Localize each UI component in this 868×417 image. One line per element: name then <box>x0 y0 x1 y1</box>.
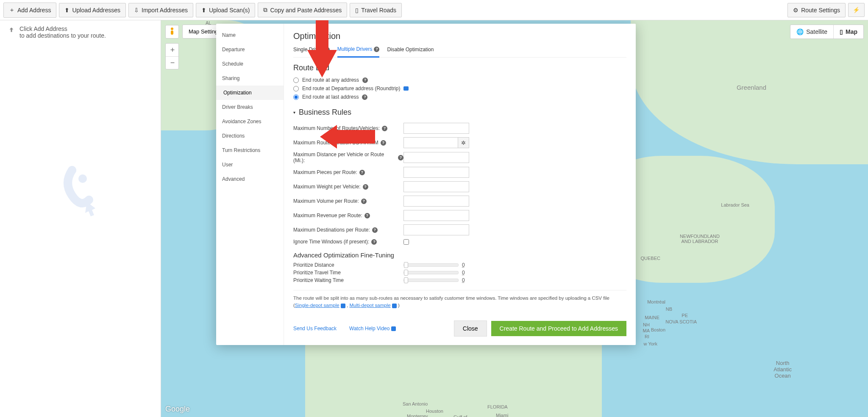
help-icon[interactable]: ? <box>374 47 379 52</box>
help-icon[interactable]: ? <box>361 199 367 204</box>
max-destinations-input[interactable] <box>403 224 469 235</box>
map-button[interactable]: ▯ Map <box>833 25 863 39</box>
send-feedback-link[interactable]: Send Us Feedback <box>293 326 337 331</box>
map-label-nb: NB <box>666 307 672 312</box>
map-label-montreal: Montréal <box>647 299 665 304</box>
copy-paste-addresses-button[interactable]: ⧉ Copy and Paste Addresses <box>258 3 347 17</box>
sidebar-item-advanced[interactable]: Advanced <box>216 172 284 186</box>
footnote: The route will be split into as many sub… <box>293 290 626 309</box>
upload-scans-button[interactable]: ⬆ Upload Scan(s) <box>196 3 256 17</box>
annotation-arrow-left <box>320 125 375 149</box>
svg-point-1 <box>78 174 87 183</box>
download-icon[interactable] <box>392 304 397 308</box>
google-logo: Google <box>165 405 190 414</box>
multi-depot-sample-link[interactable]: Multi-depot sample <box>349 303 390 308</box>
help-icon[interactable]: ? <box>364 213 370 218</box>
sidebar-item-schedule[interactable]: Schedule <box>216 57 284 71</box>
route-end-last-radio[interactable] <box>293 94 299 100</box>
sidebar-item-driver-breaks[interactable]: Driver Breaks <box>216 100 284 114</box>
hint-line1: Click Add Address <box>19 25 106 32</box>
left-panel-hint: Click Add Address to add destinations to… <box>8 25 153 39</box>
max-routes-input[interactable] <box>403 123 469 134</box>
prioritize-waiting-slider[interactable] <box>403 279 459 282</box>
max-distance-input[interactable] <box>403 152 469 163</box>
arrow-up-icon <box>8 26 15 34</box>
zoom-out-button[interactable]: − <box>166 56 179 69</box>
max-destinations-label: Maximum Destinations per Route:? <box>293 227 403 233</box>
max-volume-label: Maximum Volume per Route:? <box>293 198 403 204</box>
upload-icon: ⬆ <box>201 7 206 14</box>
satellite-button[interactable]: 🌐 Satellite <box>790 25 833 39</box>
help-icon[interactable]: ? <box>362 77 368 83</box>
map-area[interactable]: Greenland Labrador Sea NEWFOUNDLAND AND … <box>161 20 868 417</box>
ignore-time-windows-label: Ignore Time Windows (if present):? <box>293 239 403 245</box>
tab-multiple-drivers[interactable]: Multiple Drivers ? <box>337 44 380 58</box>
max-revenue-input[interactable] <box>403 210 469 221</box>
sidebar-item-optimization[interactable]: Optimization <box>216 86 284 100</box>
zoom-in-button[interactable]: + <box>166 44 179 56</box>
video-icon <box>391 326 396 331</box>
sidebar-item-directions[interactable]: Directions <box>216 129 284 143</box>
route-end-last-row[interactable]: End route at last address ? <box>293 93 626 101</box>
create-route-button[interactable]: Create Route and Proceed to Add Addresse… <box>491 321 626 336</box>
left-panel: Click Add Address to add destinations to… <box>0 20 161 417</box>
help-icon[interactable]: ? <box>363 184 368 190</box>
max-duration-input[interactable] <box>403 137 458 148</box>
sidebar-item-avoidance-zones[interactable]: Avoidance Zones <box>216 114 284 129</box>
map-label-ri: RI <box>645 334 649 339</box>
route-settings-button[interactable]: ⚙ Route Settings <box>787 3 846 17</box>
help-icon[interactable]: ? <box>381 140 386 146</box>
single-depot-sample-link[interactable]: Single-depot sample <box>295 303 339 308</box>
add-address-button[interactable]: ＋ Add Address <box>3 3 56 18</box>
watch-help-video-link[interactable]: Watch Help Video <box>349 326 396 331</box>
help-icon[interactable]: ? <box>382 126 387 131</box>
lightning-button[interactable]: ⚡ <box>848 3 865 17</box>
travel-roads-button[interactable]: ▯ Travel Roads <box>350 3 402 17</box>
sidebar-item-sharing[interactable]: Sharing <box>216 71 284 86</box>
help-icon[interactable]: ? <box>359 170 365 175</box>
zoom-control: + − <box>165 43 179 69</box>
max-pieces-label: Maximum Pieces per Route:? <box>293 169 403 175</box>
prioritize-travel-slider[interactable] <box>403 271 459 274</box>
modal-footer: Send Us Feedback Watch Help Video Close … <box>293 315 626 337</box>
help-icon[interactable]: ? <box>362 94 367 100</box>
sidebar-item-turn-restrictions[interactable]: Turn Restrictions <box>216 143 284 157</box>
max-weight-input[interactable] <box>403 181 469 192</box>
prioritize-distance-slider[interactable] <box>403 263 459 267</box>
map-label: Map <box>846 28 857 35</box>
help-icon[interactable]: ? <box>398 155 403 160</box>
copy-icon: ⧉ <box>263 6 267 14</box>
copy-paste-label: Copy and Paste Addresses <box>270 7 342 14</box>
import-icon: ⇩ <box>134 7 139 14</box>
help-icon[interactable]: ? <box>371 239 377 245</box>
import-addresses-button[interactable]: ⇩ Import Addresses <box>128 3 193 17</box>
map-label-nh: NH <box>643 322 650 327</box>
route-end-departure-radio[interactable] <box>293 86 299 91</box>
help-icon[interactable]: ? <box>372 227 378 233</box>
business-rules-header[interactable]: ▾ Business Rules <box>293 108 626 117</box>
map-label-pe: PE <box>682 313 688 318</box>
route-end-departure-row[interactable]: End route at Departure address (Roundtri… <box>293 84 626 93</box>
ignore-time-windows-checkbox[interactable] <box>403 239 409 245</box>
upload-addresses-button[interactable]: ⬆ Upload Addresses <box>59 3 126 17</box>
max-volume-input[interactable] <box>403 196 469 207</box>
route-end-any-row[interactable]: End route at any address ? <box>293 76 626 84</box>
prioritize-travel-value: 0 <box>462 270 465 276</box>
video-icon[interactable] <box>403 86 409 91</box>
streetview-pegman[interactable] <box>165 25 179 39</box>
download-icon[interactable] <box>341 304 345 308</box>
sidebar-item-name[interactable]: Name <box>216 28 284 42</box>
max-pieces-input[interactable] <box>403 167 469 178</box>
duration-picker-icon[interactable]: ✲ <box>458 137 469 148</box>
sidebar-item-user[interactable]: User <box>216 157 284 172</box>
map-label-labrador-sea: Labrador Sea <box>721 202 749 207</box>
tab-disable-optimization[interactable]: Disable Optimization <box>387 44 434 57</box>
close-button[interactable]: Close <box>454 320 487 337</box>
max-weight-label: Maximum Weight per Vehicle:? <box>293 184 403 190</box>
route-settings-label: Route Settings <box>801 7 840 14</box>
route-end-any-radio[interactable] <box>293 77 299 83</box>
lightning-icon: ⚡ <box>853 7 860 13</box>
import-addresses-label: Import Addresses <box>142 7 188 14</box>
sidebar-item-departure[interactable]: Departure <box>216 42 284 57</box>
map-type-toggle: 🌐 Satellite ▯ Map <box>790 25 864 39</box>
